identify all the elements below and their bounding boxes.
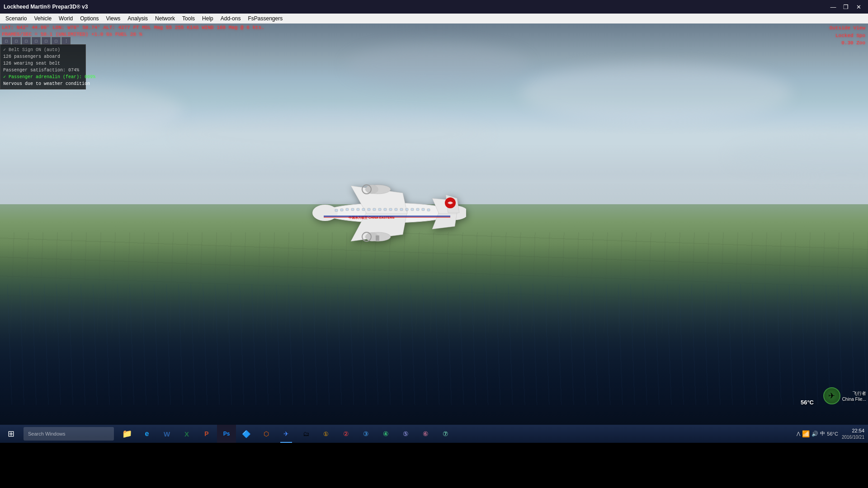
taskbar-app-folder2[interactable]: 🗂 — [297, 425, 316, 443]
menu-tools[interactable]: Tools — [179, 14, 198, 23]
taskbar-app-prepar3d[interactable]: ✈ — [277, 425, 296, 443]
tray-volume-icon[interactable]: 🔊 — [811, 431, 818, 437]
svg-rect-16 — [340, 209, 343, 211]
svg-point-1 — [312, 205, 338, 221]
clock[interactable]: 22:54 2016/10/21 — [842, 427, 864, 440]
title-bar: Lockheed Martin® Prepar3D® v3 — ❐ ✕ — [0, 0, 868, 14]
svg-rect-35 — [324, 217, 450, 218]
menu-vehicle[interactable]: Vehicle — [30, 14, 55, 23]
fsp-line-4: Passenger satisfaction: 074% — [3, 67, 83, 74]
corner-logo-inner: ✈ 飞行者 China Flie... — [823, 387, 866, 404]
logo-icon: ✈ — [823, 387, 840, 404]
start-button[interactable]: ⊞ — [0, 425, 22, 443]
svg-rect-21 — [368, 208, 370, 211]
fsp-line-2: 126 passengers aboard — [3, 53, 83, 60]
svg-rect-28 — [406, 208, 408, 211]
hud-zoom: 0.30 Zoo — [830, 39, 865, 47]
temperature-display: 56°C — [801, 399, 814, 406]
logo-text: 飞行者 China Flie... — [842, 390, 866, 402]
minimize-button[interactable]: — — [827, 2, 839, 11]
taskbar-app-14[interactable]: ⑥ — [416, 425, 435, 443]
svg-rect-30 — [416, 208, 419, 211]
menu-bar: Scenario Vehicle World Options Views Ana… — [0, 14, 868, 23]
airplane: 中国东方航空 CHINA EASTERN — [312, 176, 466, 248]
hud-locked: Locked Spo — [830, 32, 865, 40]
fsp-line-6: Nervous due to weather condition — [3, 80, 83, 87]
taskbar-app-11[interactable]: ③ — [356, 425, 375, 443]
menu-views[interactable]: Views — [103, 14, 124, 23]
svg-rect-22 — [373, 208, 376, 211]
taskbar-app-photoshop[interactable]: Ps — [217, 425, 236, 443]
taskbar-app-9[interactable]: ① — [316, 425, 335, 443]
taskbar-right: ⋀ 📶 🔊 中 56°C 22:54 2016/10/21 — [797, 427, 868, 440]
taskbar-app-10[interactable]: ② — [336, 425, 355, 443]
svg-rect-27 — [400, 208, 403, 211]
corner-logo: ✈ 飞行者 China Flie... — [823, 387, 868, 404]
svg-rect-17 — [346, 208, 349, 211]
svg-rect-31 — [422, 208, 425, 211]
time-display: 22:54 — [842, 427, 864, 434]
close-button[interactable]: ✕ — [853, 2, 864, 11]
taskbar-apps: 📁 e W X P Ps 🔷 ⬡ ✈ 🗂 ① ② ③ ④ ⑤ ⑥ ⑦ — [118, 425, 455, 443]
hud-view-type: Outside View — [830, 24, 865, 32]
menu-world[interactable]: World — [55, 14, 76, 23]
svg-rect-36 — [376, 235, 379, 241]
taskbar-app-13[interactable]: ⑤ — [396, 425, 415, 443]
taskbar-app-7[interactable]: ⬡ — [257, 425, 276, 443]
cloud-wisp-5 — [347, 43, 528, 89]
menu-network[interactable]: Network — [151, 14, 179, 23]
hud-position: LAT: N42° 44.90' LON: W78° 58.74' ALT: 4… — [2, 24, 264, 31]
sim-viewport[interactable]: 中国东方航空 CHINA EASTERN LAT: N42° 44.90' LO… — [0, 23, 868, 425]
taskbar-app-word[interactable]: W — [157, 425, 176, 443]
cloud-wisp-3 — [521, 64, 792, 122]
sys-tray: ⋀ 📶 🔊 中 56°C — [797, 430, 838, 437]
taskbar-app-edge[interactable]: e — [137, 425, 156, 443]
svg-rect-29 — [411, 208, 414, 211]
svg-rect-19 — [357, 208, 359, 211]
search-input[interactable] — [24, 427, 114, 441]
tray-lang[interactable]: 中 — [820, 430, 825, 437]
window-title: Lockheed Martin® Prepar3D® v3 — [4, 4, 88, 10]
taskbar-app-powerpoint[interactable]: P — [197, 425, 216, 443]
svg-point-12 — [366, 185, 378, 194]
tray-temp: 56°C — [827, 431, 838, 436]
cloud-wisp-2 — [174, 112, 490, 157]
window-controls: — ❐ ✕ — [827, 2, 864, 11]
svg-rect-15 — [335, 209, 338, 211]
svg-rect-20 — [362, 208, 365, 211]
menu-help[interactable]: Help — [198, 14, 217, 23]
svg-rect-32 — [427, 209, 430, 211]
maximize-button[interactable]: ❐ — [840, 2, 852, 11]
svg-rect-34 — [324, 216, 450, 217]
svg-rect-23 — [378, 208, 381, 211]
svg-rect-18 — [351, 208, 354, 211]
taskbar-app-excel[interactable]: X — [177, 425, 196, 443]
fsp-line-5: ✓ Passenger adrenalin (fear): 009% — [3, 74, 83, 80]
fsp-panel: ✓ Belt Sign ON (auto) 126 passengers abo… — [0, 44, 86, 89]
menu-scenario[interactable]: Scenario — [2, 14, 30, 23]
fsp-line-1: ✓ Belt Sign ON (auto) — [3, 47, 83, 53]
tray-arrow[interactable]: ⋀ — [797, 431, 800, 436]
taskbar: ⊞ 📁 e W X P Ps 🔷 ⬡ ✈ 🗂 ① ② ③ ④ ⑤ ⑥ ⑦ ⋀ 📶… — [0, 425, 868, 443]
menu-fspassengers[interactable]: FsPassengers — [244, 14, 286, 23]
menu-addons[interactable]: Add-ons — [217, 14, 245, 23]
date-display: 2016/10/21 — [842, 434, 864, 440]
taskbar-app-15[interactable]: ⑦ — [436, 425, 455, 443]
water-lines — [0, 284, 868, 404]
menu-analysis[interactable]: Analysis — [124, 14, 151, 23]
svg-rect-25 — [389, 208, 392, 211]
taskbar-app-12[interactable]: ④ — [376, 425, 395, 443]
taskbar-app-6[interactable]: 🔷 — [237, 425, 256, 443]
tray-network-icon[interactable]: 📶 — [802, 430, 810, 437]
taskbar-app-file-explorer[interactable]: 📁 — [118, 425, 137, 443]
menu-options[interactable]: Options — [76, 14, 102, 23]
svg-rect-26 — [395, 208, 397, 211]
fsp-line-3: 126 wearing seat belt — [3, 60, 83, 67]
svg-rect-24 — [384, 208, 387, 211]
hud-top-right: Outside View Locked Spo 0.30 Zoo — [827, 23, 868, 48]
